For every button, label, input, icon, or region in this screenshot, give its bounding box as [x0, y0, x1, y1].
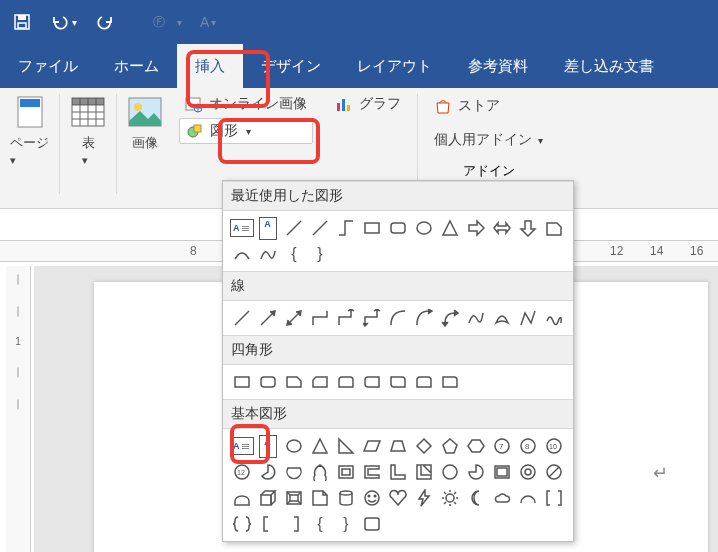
shape-line[interactable] — [281, 215, 307, 241]
shape-darrow-line[interactable] — [281, 305, 307, 331]
shape-curve[interactable] — [255, 241, 281, 267]
undo-button[interactable]: ▾ — [46, 8, 81, 36]
basic-dec[interactable]: 10 — [541, 433, 567, 459]
shape-brace-l[interactable]: { — [281, 241, 307, 267]
shape-scribble[interactable] — [541, 305, 567, 331]
basic-hept[interactable]: 7 — [489, 433, 515, 459]
basic-pie[interactable] — [255, 459, 281, 485]
rect-9[interactable] — [437, 369, 463, 395]
basic-dbrace[interactable] — [229, 511, 255, 537]
shape-line2[interactable] — [307, 215, 333, 241]
tab-mailings[interactable]: 差し込み文書 — [546, 44, 672, 88]
shape-scurve[interactable] — [463, 305, 489, 331]
basic-rtri[interactable] — [333, 433, 359, 459]
shapes-button[interactable]: 図形 ▾ — [179, 118, 313, 144]
tab-home[interactable]: ホーム — [96, 44, 177, 88]
shape-elbow-da[interactable] — [359, 305, 385, 331]
basic-plaque[interactable] — [359, 511, 385, 537]
rect-7[interactable] — [385, 369, 411, 395]
shape-textbox[interactable]: A — [229, 215, 255, 241]
shape-oval[interactable] — [411, 215, 437, 241]
shape-arrow-line[interactable] — [255, 305, 281, 331]
basic-chord[interactable] — [281, 459, 307, 485]
basic-cyl[interactable] — [333, 485, 359, 511]
basic-tri[interactable] — [307, 433, 333, 459]
basic-frame[interactable] — [333, 459, 359, 485]
shape-textbox-vertical[interactable]: A — [255, 215, 281, 241]
basic-para[interactable] — [359, 433, 385, 459]
shape-connector[interactable] — [333, 215, 359, 241]
basic-arc2[interactable] — [515, 485, 541, 511]
shape-curve-c[interactable] — [385, 305, 411, 331]
table-group[interactable]: 表▾ — [60, 88, 116, 173]
shape-folded[interactable] — [541, 215, 567, 241]
save-button[interactable] — [8, 8, 36, 36]
rect-3[interactable] — [281, 369, 307, 395]
basic-circ[interactable] — [437, 459, 463, 485]
basic-l[interactable] — [385, 459, 411, 485]
basic-pie2[interactable] — [463, 459, 489, 485]
tab-layout[interactable]: レイアウト — [339, 44, 450, 88]
shape-curve-ca[interactable] — [411, 305, 437, 331]
shape-arrow-r[interactable] — [463, 215, 489, 241]
shape-elbow[interactable] — [307, 305, 333, 331]
basic-lbrace[interactable]: { — [307, 511, 333, 537]
basic-oct[interactable]: 8 — [515, 433, 541, 459]
basic-cube[interactable] — [255, 485, 281, 511]
rect-1[interactable] — [229, 369, 255, 395]
rect-2[interactable] — [255, 369, 281, 395]
basic-pent[interactable] — [437, 433, 463, 459]
basic-fold[interactable] — [307, 485, 333, 511]
tab-design[interactable]: デザイン — [243, 44, 339, 88]
personal-addins-button[interactable]: 個人用アドイン ▾ — [428, 128, 549, 152]
basic-textbox-v[interactable]: A — [255, 433, 281, 459]
basic-lbrack[interactable] — [255, 511, 281, 537]
store-button[interactable]: ストア — [428, 94, 549, 118]
image-group[interactable]: 画像 — [117, 88, 173, 158]
tab-insert[interactable]: 挿入 — [177, 44, 243, 88]
shape-triangle[interactable] — [437, 215, 463, 241]
basic-block[interactable] — [229, 485, 255, 511]
basic-bolt[interactable] — [411, 485, 437, 511]
shape-rect[interactable] — [359, 215, 385, 241]
basic-tear[interactable] — [307, 459, 333, 485]
basic-diag[interactable] — [411, 459, 437, 485]
rect-4[interactable] — [307, 369, 333, 395]
rect-8[interactable] — [411, 369, 437, 395]
basic-dodec[interactable]: 12 — [229, 459, 255, 485]
basic-trap[interactable] — [385, 433, 411, 459]
basic-sun[interactable] — [437, 485, 463, 511]
basic-hframe[interactable] — [359, 459, 385, 485]
shape-brace-r[interactable]: } — [307, 241, 333, 267]
shape-line-p[interactable] — [229, 305, 255, 331]
tab-references[interactable]: 参考資料 — [450, 44, 546, 88]
shape-arrow-lr[interactable] — [489, 215, 515, 241]
pages-group[interactable]: ページ▾ — [0, 88, 59, 173]
shape-elbow-a[interactable] — [333, 305, 359, 331]
shape-freeform[interactable] — [515, 305, 541, 331]
shape-arc[interactable] — [229, 241, 255, 267]
basic-rbrack[interactable] — [281, 511, 307, 537]
basic-donut[interactable] — [515, 459, 541, 485]
basic-oval[interactable] — [281, 433, 307, 459]
rect-6[interactable] — [359, 369, 385, 395]
basic-bevel[interactable] — [281, 485, 307, 511]
shape-curve-cda[interactable] — [437, 305, 463, 331]
online-image-button[interactable]: オンライン画像 — [179, 92, 313, 116]
basic-heart[interactable] — [385, 485, 411, 511]
basic-rbrace[interactable]: } — [333, 511, 359, 537]
basic-smile[interactable] — [359, 485, 385, 511]
basic-dbrack[interactable] — [541, 485, 567, 511]
rect-5[interactable] — [333, 369, 359, 395]
basic-frame2[interactable] — [489, 459, 515, 485]
redo-button[interactable] — [91, 8, 119, 36]
basic-diam[interactable] — [411, 433, 437, 459]
basic-moon[interactable] — [463, 485, 489, 511]
shape-freeform-c[interactable] — [489, 305, 515, 331]
basic-cloud[interactable] — [489, 485, 515, 511]
tab-file[interactable]: ファイル — [0, 44, 96, 88]
shape-roundrect[interactable] — [385, 215, 411, 241]
chart-button[interactable]: グラフ — [329, 92, 407, 116]
shape-arrow-d[interactable] — [515, 215, 541, 241]
basic-noentry[interactable] — [541, 459, 567, 485]
